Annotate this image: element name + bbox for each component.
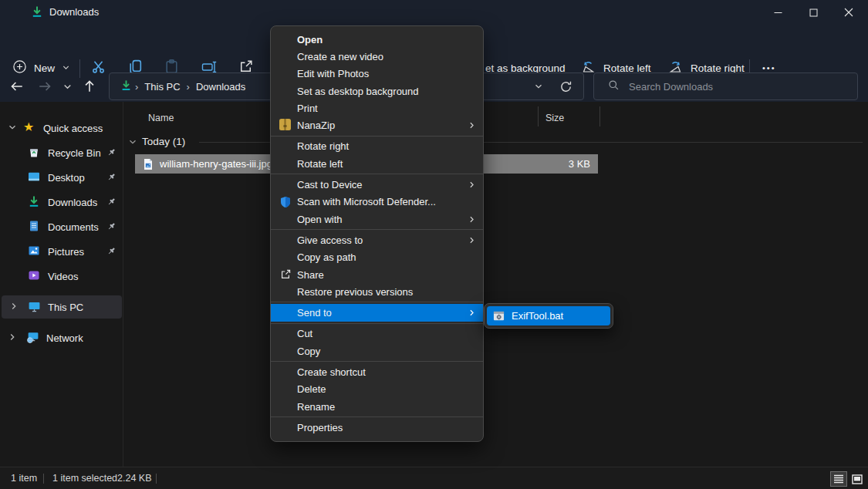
file-name: william-henry-gates-iii.jpg (160, 158, 272, 170)
breadcrumb-this-pc[interactable]: This PC (141, 81, 183, 93)
file-size: 3 KB (569, 158, 590, 170)
menu-item-print[interactable]: Print (271, 99, 483, 116)
documents-icon (28, 220, 41, 233)
window-title: Downloads (49, 6, 99, 18)
group-collapse-icon[interactable] (128, 137, 137, 149)
menu-item-rename[interactable]: Rename (271, 398, 483, 415)
group-header-today[interactable]: Today (1) (142, 136, 185, 147)
context-menu: Open Create a new video Edit with Photos… (270, 25, 484, 442)
sidebar-item-network[interactable]: Network (0, 326, 123, 349)
videos-icon (28, 269, 41, 282)
sidebar-item-desktop[interactable]: Desktop (0, 166, 123, 189)
status-divider (156, 474, 157, 484)
menu-item-create-shortcut[interactable]: Create shortcut (271, 363, 483, 380)
breadcrumb-chevron-icon: › (184, 81, 193, 93)
column-header-size[interactable]: Size (545, 113, 564, 123)
status-divider (43, 474, 44, 484)
title-bar: Downloads (0, 0, 868, 25)
share-icon (279, 268, 292, 281)
submenu-arrow-icon (468, 235, 476, 247)
desktop-icon (28, 170, 41, 184)
sidebar-item-pictures[interactable]: Pictures (0, 240, 123, 263)
sidebar-item-this-pc[interactable]: This PC (2, 295, 122, 319)
recent-locations-button[interactable] (56, 76, 78, 97)
sidebar-item-recycle-bin[interactable]: Recycle Bin (0, 141, 123, 164)
breadcrumb-chevron-icon: › (132, 81, 141, 93)
menu-separator (271, 136, 483, 137)
menu-item-send-to[interactable]: Send to (271, 304, 483, 321)
menu-item-delete[interactable]: Delete (271, 381, 483, 398)
submenu-arrow-icon (468, 120, 476, 132)
submenu-arrow-icon (468, 308, 476, 319)
recycle-bin-icon (28, 146, 41, 159)
item-count: 1 item (11, 473, 37, 484)
submenu-item-exiftool-bat[interactable]: ExifTool.bat (487, 306, 610, 325)
menu-item-copy[interactable]: Copy (271, 342, 483, 359)
column-divider[interactable] (599, 106, 600, 126)
menu-item-open[interactable]: Open (271, 31, 483, 48)
sidebar-item-documents[interactable]: Documents (0, 215, 123, 238)
menu-separator (271, 302, 483, 302)
plus-circle-icon (12, 59, 27, 76)
file-explorer-window: Downloads New (0, 0, 868, 489)
forward-button[interactable] (34, 76, 56, 97)
menu-item-create-a-new-video[interactable]: Create a new video (271, 48, 483, 65)
menu-separator (271, 229, 483, 230)
cut-icon (90, 59, 106, 77)
refresh-icon[interactable] (559, 80, 572, 96)
address-dropdown-icon[interactable] (534, 82, 543, 93)
sidebar-item-downloads[interactable]: Downloads (0, 191, 123, 214)
menu-item-set-as-desktop-background[interactable]: Set as desktop background (271, 83, 483, 99)
column-divider[interactable] (538, 106, 539, 126)
menu-item-properties[interactable]: Properties (271, 419, 483, 436)
menu-item-edit-with-photos[interactable]: Edit with Photos (271, 66, 483, 83)
sidebar-item-videos[interactable]: Videos (0, 265, 123, 288)
menu-item-give-access-to[interactable]: Give access to (271, 231, 483, 248)
search-placeholder: Search Downloads (629, 81, 713, 93)
defender-shield-icon (279, 196, 292, 208)
menu-item-cut[interactable]: Cut (271, 325, 483, 342)
status-bar: 1 item 1 item selected 2.24 KB (0, 467, 868, 489)
image-file-icon (142, 158, 154, 170)
star-icon: ★ (23, 120, 34, 134)
downloads-folder-icon (120, 79, 132, 93)
downloads-icon (28, 195, 41, 208)
close-button[interactable] (831, 0, 866, 25)
pictures-icon (28, 244, 41, 258)
up-button[interactable] (79, 76, 100, 97)
send-to-submenu: ExifTool.bat (484, 303, 613, 329)
details-view-button[interactable] (830, 471, 847, 487)
breadcrumb-downloads[interactable]: Downloads (193, 81, 248, 93)
back-button[interactable] (6, 76, 28, 97)
menu-separator (271, 323, 483, 324)
navigation-pane: ★ Quick access Recycle Bin Desktop (0, 102, 123, 467)
menu-item-share[interactable]: Share (271, 266, 483, 283)
menu-item-rotate-left[interactable]: Rotate left (271, 155, 483, 172)
menu-item-rotate-right[interactable]: Rotate right (271, 138, 483, 155)
search-input[interactable]: Search Downloads (593, 73, 858, 100)
sidebar-item-quick-access[interactable]: ★ Quick access (0, 116, 123, 140)
menu-separator (271, 361, 483, 362)
chevron-down-icon (62, 62, 70, 74)
maximize-button[interactable] (795, 0, 831, 25)
submenu-arrow-icon (468, 214, 476, 226)
chevron-right-icon (8, 332, 17, 344)
selection-count: 1 item selected (52, 473, 117, 484)
batch-file-icon (493, 310, 505, 324)
menu-item-copy-as-path[interactable]: Copy as path (271, 249, 483, 266)
menu-item-scan-with-microsoft-defender[interactable]: Scan with Microsoft Defender... (271, 194, 483, 211)
submenu-arrow-icon (468, 180, 476, 191)
menu-item-open-with[interactable]: Open with (271, 211, 483, 228)
large-icons-view-button[interactable] (849, 471, 866, 487)
pin-icon (106, 147, 117, 160)
chevron-down-icon (8, 123, 17, 134)
menu-separator (271, 174, 483, 174)
selection-size: 2.24 KB (117, 473, 151, 484)
menu-item-cast-to-device[interactable]: Cast to Device (271, 176, 483, 193)
pin-icon (106, 221, 117, 234)
menu-item-restore-previous-versions[interactable]: Restore previous versions (271, 283, 483, 300)
menu-item-nanazip[interactable]: NanaZip (271, 116, 483, 133)
column-header-name[interactable]: Name (148, 113, 174, 123)
search-icon (608, 79, 620, 93)
minimize-button[interactable] (760, 0, 795, 25)
